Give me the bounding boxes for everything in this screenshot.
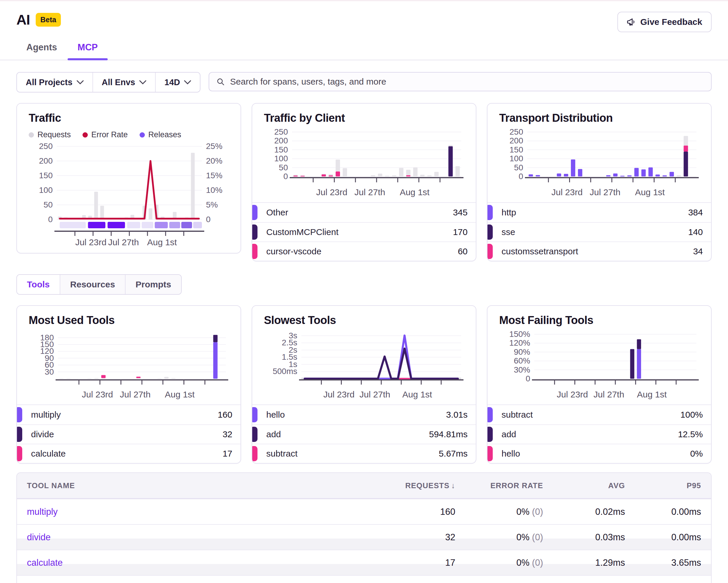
svg-text:Jul 27th: Jul 27th — [120, 389, 151, 399]
slowest-tools-chart: 500ms1s1.5s2s2.5s3sJul 23rdJul 27thAug 1… — [264, 330, 465, 402]
tab-agents[interactable]: Agents — [26, 42, 57, 60]
col-error-rate[interactable]: Error Rate — [455, 481, 543, 490]
tools-charts-row: Most Used Tools 306090120150180Jul 23rdJ… — [17, 305, 711, 463]
svg-text:250: 250 — [274, 127, 288, 136]
legend-swatch — [488, 244, 493, 259]
date-range-filter-label: 14D — [164, 78, 180, 87]
svg-text:0: 0 — [519, 172, 523, 181]
slowest-tools-title: Slowest Tools — [264, 314, 464, 327]
tab-mcp[interactable]: MCP — [78, 42, 98, 60]
legend-swatch — [252, 225, 258, 240]
legend-row-custommcpclient: CustomMCPClient170 — [252, 222, 476, 242]
col-requests[interactable]: Requests↓ — [367, 481, 455, 490]
table-header: Tool Name Requests↓ Error Rate Avg P95 — [17, 473, 711, 499]
table-row-add[interactable]: add 16 12.5% (2) 594.81ms 3.16s — [17, 575, 711, 583]
tab-tools[interactable]: Tools — [17, 275, 60, 294]
date-range-filter-button[interactable]: 14D — [156, 73, 200, 92]
search-bar[interactable] — [209, 72, 711, 91]
tool-link-divide[interactable]: divide — [27, 532, 367, 542]
legend-swatch — [17, 407, 22, 422]
envs-filter-button[interactable]: All Envs — [93, 73, 156, 92]
traffic-by-client-chart: 050100150200250Jul 23rdJul 27thAug 1st — [264, 127, 465, 199]
slowest-legend-list: hello3.01s add594.81ms subtract5.67ms — [252, 404, 476, 463]
svg-text:15%: 15% — [206, 171, 223, 180]
svg-text:0: 0 — [525, 374, 530, 383]
error-rate-cell: 0% (0) — [455, 507, 543, 517]
svg-text:Jul 23rd: Jul 23rd — [557, 389, 588, 399]
legend-item-requests: Requests — [29, 130, 71, 139]
tool-link-multiply[interactable]: multiply — [27, 507, 367, 517]
col-p95[interactable]: P95 — [625, 481, 701, 490]
envs-filter-label: All Envs — [102, 78, 135, 87]
legend-row-customssetransport: customssetransport34 — [488, 242, 711, 261]
traffic-legend: Requests Error Rate Releases — [17, 126, 240, 139]
legend-row-cursor-vscode: cursor-vscode60 — [252, 242, 476, 261]
releases-dot — [139, 132, 145, 137]
legend-row-sse: sse140 — [488, 222, 711, 242]
legend-swatch — [488, 446, 493, 461]
svg-text:Jul 27th: Jul 27th — [108, 237, 139, 247]
brand: AI Beta — [17, 12, 61, 28]
table-row-multiply[interactable]: multiply 160 0% (0) 0.02ms 0.00ms — [17, 499, 711, 524]
legend-swatch — [252, 244, 258, 259]
svg-text:Jul 23rd: Jul 23rd — [323, 389, 355, 399]
svg-text:Jul 23rd: Jul 23rd — [82, 389, 113, 399]
svg-text:Jul 27th: Jul 27th — [360, 389, 390, 399]
svg-text:250: 250 — [39, 142, 53, 151]
tab-prompts[interactable]: Prompts — [126, 275, 181, 294]
svg-text:Aug 1st: Aug 1st — [637, 389, 667, 399]
svg-text:30%: 30% — [514, 365, 530, 374]
legend-row-subtract: subtract5.67ms — [252, 444, 476, 463]
svg-text:0: 0 — [48, 215, 53, 224]
legend-row-divide: divide32 — [17, 424, 240, 444]
col-avg[interactable]: Avg — [543, 481, 625, 490]
col-tool-name[interactable]: Tool Name — [27, 481, 367, 490]
svg-text:20%: 20% — [206, 156, 223, 166]
legend-row-other: Other345 — [252, 203, 476, 222]
most-used-tools-title: Most Used Tools — [29, 314, 229, 327]
svg-text:90%: 90% — [514, 347, 530, 356]
slowest-tools-card: Slowest Tools 500ms1s1.5s2s2.5s3sJul 23r… — [252, 305, 476, 463]
most-failing-tools-title: Most Failing Tools — [499, 314, 699, 327]
megaphone-icon — [627, 17, 636, 27]
legend-item-releases: Releases — [139, 130, 181, 139]
projects-filter-button[interactable]: All Projects — [17, 73, 93, 92]
svg-text:50: 50 — [514, 163, 523, 172]
table-row-calculate[interactable]: calculate 17 0% (0) 1.29ms 3.65ms — [17, 550, 711, 575]
svg-text:100: 100 — [510, 154, 523, 163]
most-failing-tools-card: Most Failing Tools 030%60%90%120%150%Jul… — [487, 305, 711, 463]
tab-resources[interactable]: Resources — [60, 275, 126, 294]
traffic-charts-row: Traffic Requests Error Rate Releases 050… — [17, 103, 711, 261]
svg-text:Aug 1st: Aug 1st — [635, 187, 665, 197]
entity-tabs: Tools Resources Prompts — [17, 274, 182, 295]
traffic-by-client-card: Traffic by Client 050100150200250Jul 23r… — [252, 103, 476, 261]
legend-swatch — [488, 205, 493, 220]
p95-cell: 0.00ms — [625, 532, 701, 542]
tool-link-calculate[interactable]: calculate — [27, 558, 367, 568]
transport-legend-list: http384 sse140 customssetransport34 — [488, 202, 711, 261]
svg-text:150: 150 — [510, 145, 523, 154]
avg-cell: 0.03ms — [543, 532, 625, 542]
header: AI Beta Give Feedback — [0, 1, 728, 32]
legend-row-subtract: subtract100% — [488, 405, 711, 424]
give-feedback-button[interactable]: Give Feedback — [617, 12, 711, 32]
legend-swatch — [488, 427, 493, 442]
svg-text:150: 150 — [39, 171, 53, 180]
requests-cell: 32 — [367, 532, 455, 542]
search-input[interactable] — [230, 77, 704, 86]
svg-text:Jul 23rd: Jul 23rd — [551, 187, 582, 197]
legend-row-hello: hello0% — [488, 444, 711, 463]
svg-text:0: 0 — [283, 172, 288, 181]
svg-text:Jul 27th: Jul 27th — [593, 389, 624, 399]
legend-swatch — [488, 407, 493, 422]
legend-swatch — [17, 427, 22, 442]
svg-text:Aug 1st: Aug 1st — [400, 187, 430, 197]
legend-row-http: http384 — [488, 203, 711, 222]
ai-mcp-dashboard: AI Beta Give Feedback Agents MCP All Pro… — [0, 0, 728, 583]
svg-text:Jul 27th: Jul 27th — [354, 187, 385, 197]
table-row-divide[interactable]: divide 32 0% (0) 0.03ms 0.00ms — [17, 524, 711, 550]
chevron-down-icon — [139, 80, 146, 84]
legend-row-hello: hello3.01s — [252, 405, 476, 424]
legend-row-add: add594.81ms — [252, 424, 476, 444]
legend-swatch — [252, 446, 258, 461]
